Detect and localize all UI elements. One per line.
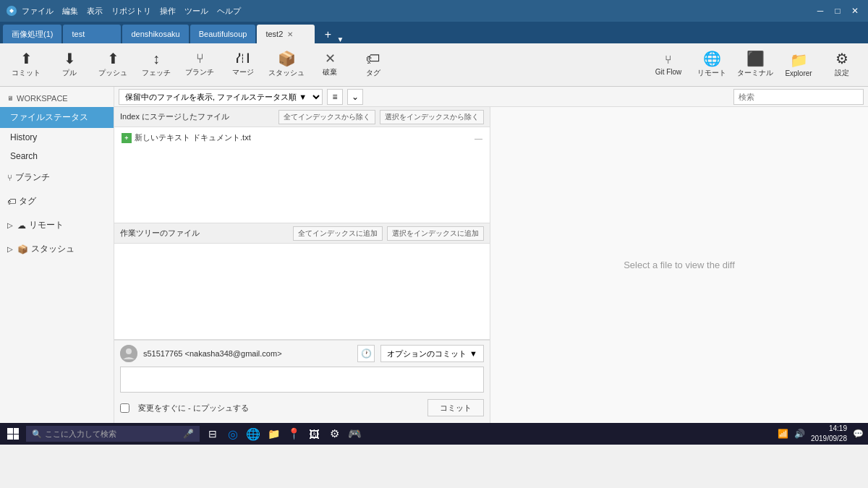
tag-toolbar-button[interactable]: 🏷 タグ xyxy=(353,46,393,85)
sidebar-section-tag[interactable]: 🏷 タグ xyxy=(0,189,114,213)
pull-icon: ⬇ xyxy=(64,51,76,66)
menu-view[interactable]: 表示 xyxy=(87,6,103,17)
taskbar: 🔍 ここに入力して検索 🎤 ⊟ ◎ 🌐 📁 📍 🖼 ⚙ 🎮 📶 🔊 14:19 … xyxy=(0,423,868,445)
table-row[interactable]: + 新しいテキスト ドキュメント.txt — xyxy=(117,130,487,145)
minimize-button[interactable]: ─ xyxy=(813,4,827,18)
user-avatar xyxy=(120,345,137,362)
branch-toolbar-button[interactable]: ⑂ ブランチ xyxy=(179,46,220,85)
tab-label: test xyxy=(72,30,85,38)
filter-menu-button[interactable]: ≡ xyxy=(327,89,343,105)
maps-icon[interactable]: 📍 xyxy=(285,425,302,442)
terminal-label: ターミナル xyxy=(737,68,773,78)
settings-button[interactable]: ⚙ 設定 xyxy=(822,46,862,85)
user-info: s51517765 <nakasha348@gmail.com> xyxy=(143,349,352,358)
add-all-to-index-button[interactable]: 全てインデックスに追加 xyxy=(293,226,383,241)
fetch-label: フェッチ xyxy=(142,68,171,78)
menu-actions[interactable]: 操作 xyxy=(160,6,176,17)
commit-label: コミット xyxy=(12,68,41,78)
commit-options-button[interactable]: オプションのコミット ▼ xyxy=(380,345,484,362)
remote-icon: 🌐 xyxy=(703,51,721,66)
window-controls: ─ □ ✕ xyxy=(813,4,862,18)
chrome-icon[interactable]: 🌐 xyxy=(244,425,262,442)
filter-select[interactable]: 保留中のファイルを表示, ファイルステータス順 ▼ xyxy=(119,89,323,105)
maximize-button[interactable]: □ xyxy=(830,4,845,18)
photos-icon[interactable]: 🖼 xyxy=(305,425,323,442)
tab-gazoushori[interactable]: 画像処理(1) xyxy=(3,25,61,43)
gitflow-label: Git Flow xyxy=(655,68,682,76)
tab-test[interactable]: test xyxy=(63,25,121,43)
stash-icon: 📦 xyxy=(278,51,296,66)
search-icon: 🔍 xyxy=(32,429,42,439)
explorer-taskbar-icon[interactable]: 📁 xyxy=(265,425,282,442)
tab-label: denshikosaku xyxy=(131,30,179,38)
file-panels: Index にステージしたファイル 全てインデックスから除く 選択をインデックス… xyxy=(114,107,868,423)
terminal-icon: ⬛ xyxy=(746,51,765,66)
commit-header: s51517765 <nakasha348@gmail.com> 🕐 オプション… xyxy=(120,345,484,362)
remote-button[interactable]: 🌐 リモート xyxy=(692,46,732,85)
task-view-icon[interactable]: ⊟ xyxy=(204,425,221,442)
tab-add-button[interactable]: + xyxy=(319,26,336,43)
gitflow-button[interactable]: ⑂ Git Flow xyxy=(648,46,689,85)
stash-toolbar-button[interactable]: 📦 スタッシュ xyxy=(266,46,307,85)
windows-icon xyxy=(7,428,19,440)
game-icon[interactable]: 🎮 xyxy=(346,425,363,442)
network-icon: 📶 xyxy=(778,429,788,439)
merge-label: マージ xyxy=(232,67,254,77)
main-content: 🖥 WORKSPACE ファイルステータス History Search ⑂ ブ… xyxy=(0,87,868,423)
sidebar-section-remote[interactable]: ▷ ☁ リモート xyxy=(0,213,114,237)
tag-section-icon: 🏷 xyxy=(7,197,16,207)
branch-icon: ⑂ xyxy=(196,52,204,65)
sidebar-section-branch[interactable]: ⑂ ブランチ xyxy=(0,166,114,189)
svg-point-2 xyxy=(126,348,132,354)
menu-tools[interactable]: ツール xyxy=(184,6,208,17)
worktree-section: 作業ツリーのファイル 全てインデックスに追加 選択をインデックスに追加 xyxy=(114,223,490,340)
filter-expand-button[interactable]: ⌄ xyxy=(347,89,363,105)
sidebar-section-stash[interactable]: ▷ 📦 スタッシュ xyxy=(0,237,114,261)
settings-taskbar-icon[interactable]: ⚙ xyxy=(326,425,343,442)
tab-label: Beautifulsoup xyxy=(199,30,247,38)
tab-close-icon[interactable]: ✕ xyxy=(287,30,293,38)
sidebar-item-file-status[interactable]: ファイルステータス xyxy=(0,107,114,128)
commit-history-button[interactable]: 🕐 xyxy=(357,345,375,362)
edge-icon[interactable]: ◎ xyxy=(224,425,242,442)
stash-label: スタッシュ xyxy=(268,68,305,78)
discard-toolbar-button[interactable]: ✕ 破棄 xyxy=(310,46,350,85)
push-toolbar-button[interactable]: ⬆ プッシュ xyxy=(93,46,133,85)
tab-test2[interactable]: test2 ✕ xyxy=(257,25,315,43)
sidebar-item-search[interactable]: Search xyxy=(0,147,114,166)
menu-edit[interactable]: 編集 xyxy=(62,6,78,17)
menu-repo[interactable]: リポジトリ xyxy=(111,6,151,17)
indexed-section-header: Index にステージしたファイル 全てインデックスから除く 選択をインデックス… xyxy=(114,107,490,127)
terminal-button[interactable]: ⬛ ターミナル xyxy=(735,46,775,85)
merge-toolbar-button[interactable]: ⛙ マージ xyxy=(223,46,263,85)
branch-label: ブランチ xyxy=(185,67,214,77)
gitflow-icon: ⑂ xyxy=(665,54,672,66)
commit-toolbar-button[interactable]: ⬆ コミット xyxy=(6,46,46,85)
fetch-toolbar-button[interactable]: ↕ フェッチ xyxy=(136,46,176,85)
commit-icon: ⬆ xyxy=(20,51,33,66)
notification-icon[interactable]: 💬 xyxy=(853,429,864,439)
tab-beautifulsoup[interactable]: Beautifulsoup xyxy=(190,25,256,43)
sidebar: 🖥 WORKSPACE ファイルステータス History Search ⑂ ブ… xyxy=(0,87,114,423)
search-input[interactable] xyxy=(733,89,864,105)
remove-all-from-index-button[interactable]: 全てインデックスから除く xyxy=(278,110,375,124)
mic-icon[interactable]: 🎤 xyxy=(183,429,194,439)
tag-icon: 🏷 xyxy=(366,51,380,66)
push-after-commit-checkbox[interactable] xyxy=(120,403,129,413)
taskbar-search-bar[interactable]: 🔍 ここに入力して検索 🎤 xyxy=(26,426,200,442)
sidebar-item-history[interactable]: History xyxy=(0,128,114,147)
pull-toolbar-button[interactable]: ⬇ プル xyxy=(49,46,90,85)
menu-help[interactable]: ヘルプ xyxy=(217,6,241,17)
add-selected-to-index-button[interactable]: 選択をインデックスに追加 xyxy=(387,226,484,241)
tab-denshikosaku[interactable]: denshikosaku xyxy=(122,25,188,43)
explorer-button[interactable]: 📁 Explorer xyxy=(778,46,819,85)
commit-button[interactable]: コミット xyxy=(427,399,484,416)
close-button[interactable]: ✕ xyxy=(848,4,862,18)
commit-message-input[interactable] xyxy=(120,367,484,393)
remove-selected-from-index-button[interactable]: 選択をインデックスから除く xyxy=(380,110,484,124)
clock: 14:19 2019/09/28 xyxy=(811,424,847,444)
tab-dropdown-button[interactable]: ▼ xyxy=(336,35,344,43)
start-button[interactable] xyxy=(4,425,22,442)
menu-file[interactable]: ファイル xyxy=(22,6,54,17)
taskbar-icons: ⊟ ◎ 🌐 📁 📍 🖼 ⚙ 🎮 xyxy=(204,425,363,442)
